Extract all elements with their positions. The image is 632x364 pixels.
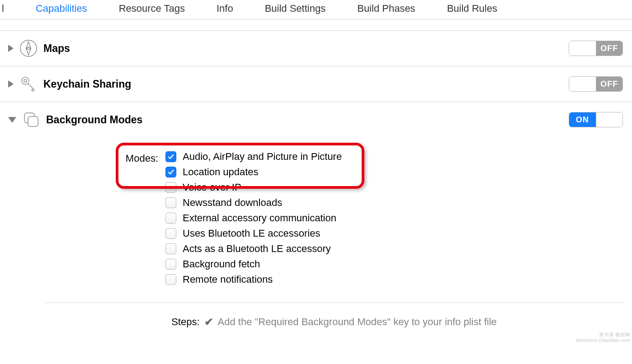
mode-item: Audio, AirPlay and Picture in Picture <box>165 151 342 163</box>
mode-checkbox[interactable] <box>165 167 176 177</box>
modes-label: Modes: <box>122 151 158 164</box>
mode-item: Background fetch <box>165 258 342 270</box>
keychain-toggle[interactable]: OFF <box>569 76 623 92</box>
tab-capabilities[interactable]: Capabilities <box>36 3 87 14</box>
svg-rect-4 <box>28 117 38 126</box>
maps-icon <box>19 39 38 58</box>
tab-resource-tags[interactable]: Resource Tags <box>119 3 185 14</box>
tab-general-partial[interactable]: l <box>0 3 4 14</box>
mode-label: Audio, AirPlay and Picture in Picture <box>183 151 342 163</box>
tab-build-rules[interactable]: Build Rules <box>447 3 497 14</box>
section-background-modes: Background Modes ON Modes: Audio, AirPla… <box>0 102 632 342</box>
background-modes-icon <box>22 110 41 129</box>
mode-checkbox[interactable] <box>165 228 176 239</box>
tab-bar: l Capabilities Resource Tags Info Build … <box>0 0 632 19</box>
section-maps: Maps OFF <box>0 30 632 66</box>
mode-item: Newsstand downloads <box>165 197 342 209</box>
mode-item: External accessory communication <box>165 212 342 224</box>
section-title: Maps <box>43 42 569 55</box>
mode-item: Remote notifications <box>165 274 342 285</box>
section-keychain: Keychain Sharing OFF <box>0 66 632 102</box>
mode-label: External accessory communication <box>183 212 336 224</box>
mode-checkbox[interactable] <box>165 259 176 270</box>
watermark: 查字典 教程网 jiaocheng.chazidian.com <box>576 332 630 342</box>
mode-label: Newsstand downloads <box>183 197 282 209</box>
tab-build-phases[interactable]: Build Phases <box>357 3 415 14</box>
mode-checkbox[interactable] <box>165 197 176 208</box>
disclosure-icon[interactable] <box>8 117 16 123</box>
checkmark-icon: ✔ <box>204 316 213 328</box>
mode-checkbox[interactable] <box>165 274 176 285</box>
steps-text: Add the "Required Background Modes" key … <box>218 316 497 328</box>
mode-label: Background fetch <box>183 258 260 270</box>
mode-item: Voice over IP <box>165 182 342 193</box>
svg-point-0 <box>20 40 37 56</box>
mode-item: Location updates <box>165 166 342 178</box>
mode-item: Acts as a Bluetooth LE accessory <box>165 243 342 255</box>
key-icon <box>19 75 38 93</box>
mode-checkbox[interactable] <box>165 151 176 162</box>
disclosure-icon[interactable] <box>8 45 14 52</box>
mode-label: Acts as a Bluetooth LE accessory <box>183 243 331 255</box>
tab-build-settings[interactable]: Build Settings <box>265 3 326 14</box>
mode-checkbox[interactable] <box>165 182 176 193</box>
mode-label: Uses Bluetooth LE accessories <box>183 228 321 239</box>
mode-label: Voice over IP <box>183 182 241 193</box>
tab-info[interactable]: Info <box>217 3 233 14</box>
modes-list: Audio, AirPlay and Picture in PictureLoc… <box>165 151 342 289</box>
mode-label: Location updates <box>183 166 259 178</box>
section-title: Background Modes <box>46 114 569 126</box>
svg-point-2 <box>24 79 27 82</box>
background-modes-toggle[interactable]: ON <box>569 112 623 127</box>
section-title: Keychain Sharing <box>43 78 569 90</box>
mode-checkbox[interactable] <box>165 213 176 224</box>
maps-toggle[interactable]: OFF <box>569 41 623 56</box>
svg-point-1 <box>22 77 29 84</box>
disclosure-icon[interactable] <box>8 80 14 88</box>
mode-checkbox[interactable] <box>165 243 176 254</box>
mode-item: Uses Bluetooth LE accessories <box>165 228 342 239</box>
steps-label: Steps: <box>171 316 199 328</box>
mode-label: Remote notifications <box>183 274 273 285</box>
